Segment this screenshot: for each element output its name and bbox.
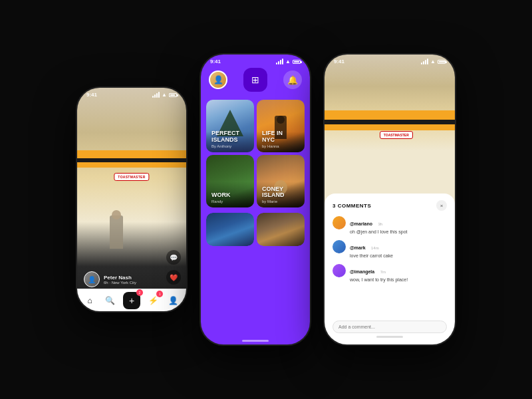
comment-text-0: oh @jen and I love this spot [350, 229, 447, 235]
stripe-orange-1 [77, 150, 186, 158]
status-icons-right: ▲ [421, 59, 446, 65]
comment-item-2: @imangela 7m wow, I want to try this pla… [332, 264, 447, 283]
card-label-islands: PERFECTISLANDS By Anthony [211, 130, 249, 148]
card-by-islands: By Anthony [211, 144, 249, 148]
stripe-orange-2 [77, 162, 186, 168]
person-silhouette-left [110, 215, 123, 249]
status-time-right: 9:41 [334, 59, 344, 65]
avatar-left: 👤 [84, 271, 100, 287]
comment-time-2: 7m [380, 270, 386, 274]
card-work[interactable]: WORK Randy [206, 155, 254, 207]
comment-time-1: 14m [371, 246, 379, 250]
nav-search-left[interactable]: 🔍 [103, 293, 118, 308]
comment-avatar-1 [332, 240, 346, 253]
background-photo-right: TOASTMASTER [325, 55, 455, 214]
status-time-center: 9:41 [210, 59, 221, 65]
comment-item-1: @mark 14m love their carrot cake [332, 240, 447, 259]
stripe-r3 [325, 124, 455, 130]
comment-username-1: @mark [350, 245, 366, 250]
user-meta-left: 6h · New York City [104, 281, 136, 285]
toastmaster-sign-right: TOASTMASTER [380, 131, 413, 139]
wifi-icon-right: ▲ [430, 59, 436, 65]
card-perfect-islands[interactable]: PERFECTISLANDS By Anthony [206, 100, 254, 152]
card-coney-island[interactable]: CONEYISLAND by Marie [257, 155, 305, 207]
comment-body-2: @imangela 7m wow, I want to try this pla… [350, 264, 447, 283]
comment-avatar-2 [332, 264, 346, 277]
bottom-divider [376, 336, 403, 338]
nav-add-left[interactable]: + 2 [123, 292, 140, 309]
comment-avatar-0 [332, 216, 346, 229]
wifi-icon-center: ▲ [285, 59, 291, 65]
signal-bars-left [152, 92, 160, 98]
card-label-nyc: LIFE INNYC by Hanna [262, 130, 299, 148]
close-comments-btn[interactable]: × [436, 200, 447, 211]
phone-center: 9:41 ▲ 👤 ⊞ 🔔 [200, 53, 311, 346]
comment-body-1: @mark 14m love their carrot cake [350, 240, 447, 259]
card-by-work: Randy [211, 200, 249, 203]
user-info-left: 👤 Peter Nash 6h · New York City [84, 271, 136, 287]
comment-body-0: @mariano 3h oh @jen and I love this spot [350, 216, 447, 235]
nav-home-left[interactable]: ⌂ [82, 293, 97, 308]
comment-username-0: @mariano [350, 221, 372, 226]
message-btn-left[interactable]: 💬 [166, 250, 181, 265]
phone-right: 9:41 ▲ TOASTMASTER [323, 53, 456, 346]
flash-badge-left: 1 [156, 291, 163, 297]
card-label-coney: CONEYISLAND by Marie [262, 186, 299, 204]
card-title-nyc: LIFE INNYC [262, 130, 299, 144]
stripe-r2 [325, 120, 455, 124]
grid-view-btn[interactable]: ⊞ [243, 68, 267, 92]
card-title-work: WORK [211, 192, 249, 199]
comments-title: 3 COMMENTS [332, 203, 371, 209]
bottom-actions-left: 💬 ❤️ [166, 250, 181, 285]
stripe-r1 [325, 110, 455, 120]
toastmaster-sign-left: TOASTMASTER [114, 173, 149, 181]
comment-username-2: @imangela [350, 269, 374, 274]
home-indicator-center [242, 340, 269, 342]
status-icons-center: ▲ [276, 59, 301, 65]
battery-center [293, 60, 301, 64]
wifi-icon-left: ▲ [162, 92, 167, 98]
comment-item-0: @mariano 3h oh @jen and I love this spot [332, 216, 447, 235]
comment-text-2: wow, I want to try this place! [350, 277, 447, 283]
nav-profile-left[interactable]: 👤 [166, 293, 181, 308]
nav-flash-left[interactable]: ⚡ 1 [146, 293, 160, 308]
user-name-left: Peter Nash [104, 275, 136, 281]
add-badge-left: 2 [136, 289, 143, 296]
signal-bars-right [421, 59, 428, 65]
card-by-coney: by Marie [262, 200, 299, 203]
card-by-nyc: by Hanna [262, 144, 299, 148]
comment-input-area [332, 321, 447, 338]
comments-panel: 3 COMMENTS × @mariano 3h oh @jen and I l… [325, 194, 455, 344]
signal-bars-center [276, 59, 283, 65]
card-blue-bottom[interactable] [206, 213, 254, 246]
card-title-coney: CONEYISLAND [262, 186, 299, 200]
card-street-bottom[interactable] [257, 213, 305, 246]
comments-header: 3 COMMENTS × [332, 200, 447, 211]
bell-btn[interactable]: 🔔 [283, 70, 302, 89]
heart-btn-left[interactable]: ❤️ [166, 270, 181, 285]
status-icons-left: ▲ [152, 92, 177, 98]
header-avatar-center[interactable]: 👤 [209, 70, 227, 89]
phone-left: 9:41 ▲ TOASTMASTER 👤 [76, 86, 188, 313]
card-title-islands: PERFECTISLANDS [211, 130, 249, 144]
battery-left [169, 93, 177, 97]
comment-input[interactable] [332, 321, 447, 333]
status-time-left: 9:41 [86, 92, 97, 98]
bottom-nav-left: ⌂ 🔍 + 2 ⚡ 1 👤 [77, 289, 186, 311]
comment-time-0: 3h [378, 222, 383, 226]
card-life-nyc[interactable]: LIFE INNYC by Hanna [257, 100, 305, 152]
card-label-work: WORK Randy [211, 192, 249, 203]
cards-grid: PERFECTISLANDS By Anthony LIFE INNYC by … [201, 97, 310, 213]
battery-right [438, 60, 446, 64]
bottom-grid-center [201, 213, 310, 251]
comment-text-1: love their carrot cake [350, 253, 447, 259]
